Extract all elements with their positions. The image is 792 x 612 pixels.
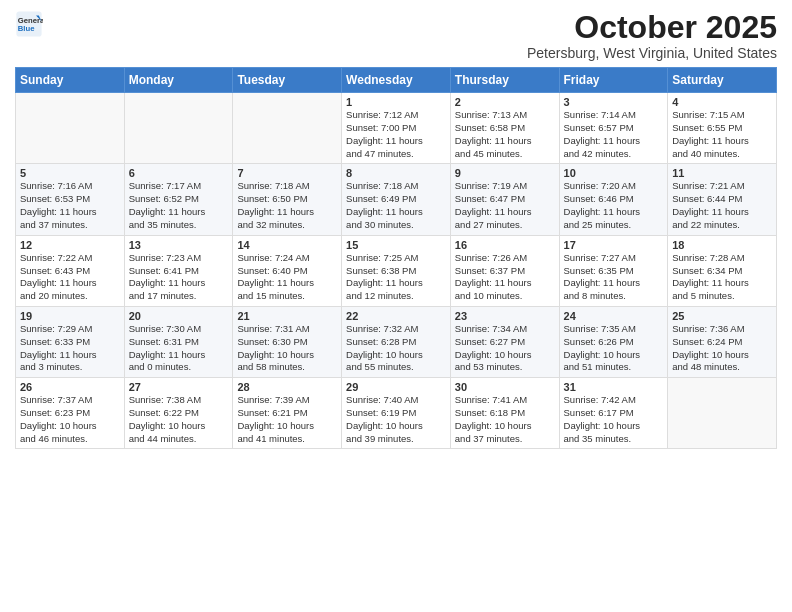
day-number: 9 (455, 167, 555, 179)
table-row: 3Sunrise: 7:14 AM Sunset: 6:57 PM Daylig… (559, 93, 668, 164)
table-row: 31Sunrise: 7:42 AM Sunset: 6:17 PM Dayli… (559, 378, 668, 449)
table-row: 17Sunrise: 7:27 AM Sunset: 6:35 PM Dayli… (559, 235, 668, 306)
col-friday: Friday (559, 68, 668, 93)
day-number: 16 (455, 239, 555, 251)
table-row: 5Sunrise: 7:16 AM Sunset: 6:53 PM Daylig… (16, 164, 125, 235)
day-info: Sunrise: 7:22 AM Sunset: 6:43 PM Dayligh… (20, 252, 120, 303)
table-row (16, 93, 125, 164)
day-number: 24 (564, 310, 664, 322)
day-number: 2 (455, 96, 555, 108)
col-thursday: Thursday (450, 68, 559, 93)
table-row (124, 93, 233, 164)
day-info: Sunrise: 7:38 AM Sunset: 6:22 PM Dayligh… (129, 394, 229, 445)
day-number: 28 (237, 381, 337, 393)
day-number: 26 (20, 381, 120, 393)
day-info: Sunrise: 7:13 AM Sunset: 6:58 PM Dayligh… (455, 109, 555, 160)
day-info: Sunrise: 7:39 AM Sunset: 6:21 PM Dayligh… (237, 394, 337, 445)
day-number: 1 (346, 96, 446, 108)
day-info: Sunrise: 7:21 AM Sunset: 6:44 PM Dayligh… (672, 180, 772, 231)
table-row (668, 378, 777, 449)
day-info: Sunrise: 7:25 AM Sunset: 6:38 PM Dayligh… (346, 252, 446, 303)
table-row: 25Sunrise: 7:36 AM Sunset: 6:24 PM Dayli… (668, 306, 777, 377)
day-number: 31 (564, 381, 664, 393)
day-number: 14 (237, 239, 337, 251)
day-number: 22 (346, 310, 446, 322)
table-row: 6Sunrise: 7:17 AM Sunset: 6:52 PM Daylig… (124, 164, 233, 235)
day-number: 21 (237, 310, 337, 322)
header: General Blue October 2025 Petersburg, We… (15, 10, 777, 61)
day-info: Sunrise: 7:36 AM Sunset: 6:24 PM Dayligh… (672, 323, 772, 374)
calendar-header-row: Sunday Monday Tuesday Wednesday Thursday… (16, 68, 777, 93)
table-row: 20Sunrise: 7:30 AM Sunset: 6:31 PM Dayli… (124, 306, 233, 377)
day-info: Sunrise: 7:16 AM Sunset: 6:53 PM Dayligh… (20, 180, 120, 231)
day-number: 7 (237, 167, 337, 179)
day-number: 27 (129, 381, 229, 393)
day-info: Sunrise: 7:40 AM Sunset: 6:19 PM Dayligh… (346, 394, 446, 445)
col-monday: Monday (124, 68, 233, 93)
table-row: 8Sunrise: 7:18 AM Sunset: 6:49 PM Daylig… (342, 164, 451, 235)
table-row: 30Sunrise: 7:41 AM Sunset: 6:18 PM Dayli… (450, 378, 559, 449)
day-info: Sunrise: 7:24 AM Sunset: 6:40 PM Dayligh… (237, 252, 337, 303)
day-number: 10 (564, 167, 664, 179)
table-row: 4Sunrise: 7:15 AM Sunset: 6:55 PM Daylig… (668, 93, 777, 164)
table-row: 9Sunrise: 7:19 AM Sunset: 6:47 PM Daylig… (450, 164, 559, 235)
day-info: Sunrise: 7:32 AM Sunset: 6:28 PM Dayligh… (346, 323, 446, 374)
calendar-table: Sunday Monday Tuesday Wednesday Thursday… (15, 67, 777, 449)
day-number: 11 (672, 167, 772, 179)
table-row: 19Sunrise: 7:29 AM Sunset: 6:33 PM Dayli… (16, 306, 125, 377)
day-number: 20 (129, 310, 229, 322)
location: Petersburg, West Virginia, United States (527, 45, 777, 61)
table-row: 21Sunrise: 7:31 AM Sunset: 6:30 PM Dayli… (233, 306, 342, 377)
day-info: Sunrise: 7:30 AM Sunset: 6:31 PM Dayligh… (129, 323, 229, 374)
day-number: 30 (455, 381, 555, 393)
day-info: Sunrise: 7:34 AM Sunset: 6:27 PM Dayligh… (455, 323, 555, 374)
day-number: 17 (564, 239, 664, 251)
day-number: 19 (20, 310, 120, 322)
day-info: Sunrise: 7:31 AM Sunset: 6:30 PM Dayligh… (237, 323, 337, 374)
table-row: 13Sunrise: 7:23 AM Sunset: 6:41 PM Dayli… (124, 235, 233, 306)
table-row: 27Sunrise: 7:38 AM Sunset: 6:22 PM Dayli… (124, 378, 233, 449)
table-row: 14Sunrise: 7:24 AM Sunset: 6:40 PM Dayli… (233, 235, 342, 306)
day-info: Sunrise: 7:18 AM Sunset: 6:49 PM Dayligh… (346, 180, 446, 231)
table-row: 28Sunrise: 7:39 AM Sunset: 6:21 PM Dayli… (233, 378, 342, 449)
day-number: 6 (129, 167, 229, 179)
table-row: 12Sunrise: 7:22 AM Sunset: 6:43 PM Dayli… (16, 235, 125, 306)
day-info: Sunrise: 7:20 AM Sunset: 6:46 PM Dayligh… (564, 180, 664, 231)
col-wednesday: Wednesday (342, 68, 451, 93)
table-row: 15Sunrise: 7:25 AM Sunset: 6:38 PM Dayli… (342, 235, 451, 306)
day-number: 23 (455, 310, 555, 322)
day-info: Sunrise: 7:17 AM Sunset: 6:52 PM Dayligh… (129, 180, 229, 231)
day-number: 18 (672, 239, 772, 251)
day-number: 25 (672, 310, 772, 322)
table-row: 1Sunrise: 7:12 AM Sunset: 7:00 PM Daylig… (342, 93, 451, 164)
day-info: Sunrise: 7:26 AM Sunset: 6:37 PM Dayligh… (455, 252, 555, 303)
table-row: 16Sunrise: 7:26 AM Sunset: 6:37 PM Dayli… (450, 235, 559, 306)
day-info: Sunrise: 7:19 AM Sunset: 6:47 PM Dayligh… (455, 180, 555, 231)
day-info: Sunrise: 7:14 AM Sunset: 6:57 PM Dayligh… (564, 109, 664, 160)
day-info: Sunrise: 7:15 AM Sunset: 6:55 PM Dayligh… (672, 109, 772, 160)
calendar-week-row: 12Sunrise: 7:22 AM Sunset: 6:43 PM Dayli… (16, 235, 777, 306)
day-info: Sunrise: 7:23 AM Sunset: 6:41 PM Dayligh… (129, 252, 229, 303)
day-info: Sunrise: 7:37 AM Sunset: 6:23 PM Dayligh… (20, 394, 120, 445)
table-row: 7Sunrise: 7:18 AM Sunset: 6:50 PM Daylig… (233, 164, 342, 235)
day-info: Sunrise: 7:28 AM Sunset: 6:34 PM Dayligh… (672, 252, 772, 303)
col-saturday: Saturday (668, 68, 777, 93)
col-sunday: Sunday (16, 68, 125, 93)
logo-icon: General Blue (15, 10, 43, 38)
page-container: General Blue October 2025 Petersburg, We… (0, 0, 792, 459)
table-row: 10Sunrise: 7:20 AM Sunset: 6:46 PM Dayli… (559, 164, 668, 235)
table-row: 18Sunrise: 7:28 AM Sunset: 6:34 PM Dayli… (668, 235, 777, 306)
day-number: 3 (564, 96, 664, 108)
svg-text:Blue: Blue (18, 24, 35, 33)
day-number: 13 (129, 239, 229, 251)
day-info: Sunrise: 7:35 AM Sunset: 6:26 PM Dayligh… (564, 323, 664, 374)
day-number: 15 (346, 239, 446, 251)
month-title: October 2025 (527, 10, 777, 45)
day-number: 29 (346, 381, 446, 393)
day-info: Sunrise: 7:12 AM Sunset: 7:00 PM Dayligh… (346, 109, 446, 160)
logo: General Blue (15, 10, 43, 38)
day-info: Sunrise: 7:29 AM Sunset: 6:33 PM Dayligh… (20, 323, 120, 374)
table-row: 29Sunrise: 7:40 AM Sunset: 6:19 PM Dayli… (342, 378, 451, 449)
table-row (233, 93, 342, 164)
day-number: 5 (20, 167, 120, 179)
